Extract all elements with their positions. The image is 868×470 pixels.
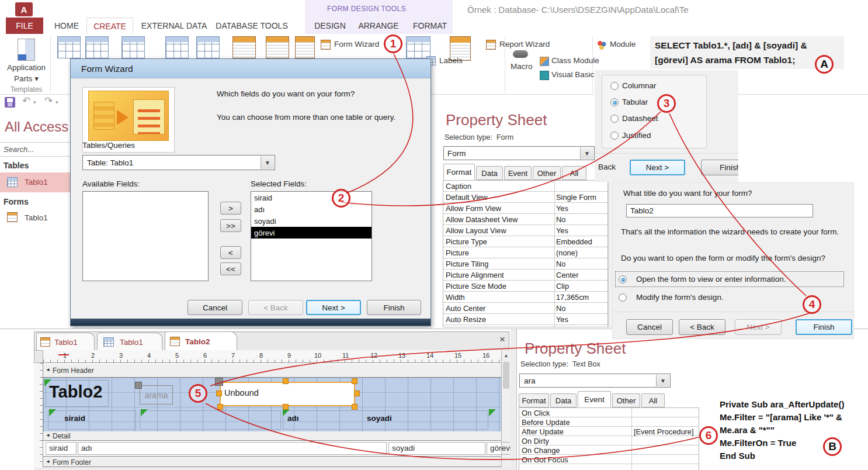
detail-field-gorevi[interactable]: görevi	[487, 442, 510, 455]
more-forms-icon[interactable]	[295, 36, 315, 58]
ps-row[interactable]: Allow Datasheet ViewNo	[443, 214, 607, 225]
ps-row[interactable]: Auto ResizeYes	[443, 314, 607, 325]
ps-row[interactable]: Before Update	[519, 417, 699, 427]
module-button[interactable]: Module	[610, 40, 636, 49]
move-right-button[interactable]: >	[220, 202, 241, 215]
tab-format[interactable]: FORMAT	[409, 18, 451, 34]
form-icon[interactable]	[165, 36, 189, 58]
dialog-titlebar[interactable]: Form Wizard	[71, 59, 430, 78]
nav-item-form-tablo1[interactable]: Tablo1	[0, 209, 70, 227]
ps-tab-data[interactable]: Data	[476, 166, 503, 180]
radio-columnar-label[interactable]: Columnar	[622, 81, 657, 90]
radio-modify-form[interactable]	[619, 293, 627, 302]
doc-tab-tablo1-table[interactable]: Tablo1	[97, 333, 162, 350]
form-design-icon[interactable]	[196, 36, 220, 58]
table-design-icon[interactable]	[85, 36, 109, 58]
tab-file[interactable]: FILE	[6, 18, 43, 34]
ps-row[interactable]: Picture TypeEmbedded	[443, 236, 607, 247]
collapse-arrow-icon[interactable]: ◄	[46, 433, 50, 438]
object-selector-combo[interactable]: Form ▼	[443, 146, 595, 160]
ps-row[interactable]: On Change	[519, 445, 699, 455]
macro-button[interactable]: Macro	[511, 62, 533, 71]
ps-tab-all[interactable]: All	[562, 166, 586, 180]
redo-icon[interactable]: ↷ ▾	[44, 95, 58, 107]
list-item[interactable]: siraid	[251, 192, 371, 203]
resize-handle[interactable]	[216, 390, 222, 396]
ps-row[interactable]: Picture TilingNo	[443, 258, 607, 269]
navigation-icon[interactable]	[266, 36, 289, 58]
list-item[interactable]: adı	[251, 203, 371, 215]
finish-button[interactable]: Finish	[701, 160, 738, 175]
selected-fields-list[interactable]: siraid adı soyadi görevi	[251, 191, 372, 281]
finish-button[interactable]: Finish	[367, 300, 421, 315]
ps-row[interactable]: On Dirty	[519, 436, 699, 445]
radio-datasheet[interactable]	[610, 115, 619, 123]
close-icon[interactable]: ×	[499, 334, 505, 345]
available-fields-list[interactable]	[82, 191, 209, 281]
radio-justified[interactable]	[610, 132, 619, 140]
detail-grid[interactable]: siraid adı soyadi görevi	[43, 441, 501, 456]
ps-row[interactable]: Auto CenterNo	[443, 303, 607, 314]
ps-tab-data[interactable]: Data	[550, 393, 577, 407]
resize-handle[interactable]	[283, 404, 289, 410]
form-header-grid[interactable]: Tablo2 arama Unbound siraid adı	[43, 378, 501, 431]
doc-tab-tablo1-form[interactable]: Tablo1	[36, 333, 95, 350]
chart-icon[interactable]	[406, 36, 430, 58]
ps-tab-event[interactable]: Event	[504, 166, 532, 180]
move-left-button[interactable]: <	[220, 246, 241, 259]
visual-basic-button[interactable]: Visual Basic	[551, 70, 594, 79]
form-header-bar[interactable]: ◄ Form Header	[43, 364, 501, 378]
ps-row[interactable]: Width17,365cm	[443, 292, 607, 303]
next-button[interactable]: Next >	[735, 319, 782, 335]
scroll-up-icon[interactable]: ▲	[504, 352, 509, 358]
tab-arrange[interactable]: ARRANGE	[355, 18, 402, 34]
nav-search-input[interactable]: Search...	[0, 142, 70, 157]
ps-row[interactable]: On Click	[519, 408, 699, 417]
move-all-left-button[interactable]: <<	[220, 262, 241, 275]
detail-field-adi[interactable]: adı	[78, 442, 387, 455]
tab-create[interactable]: CREATE	[86, 18, 133, 34]
detail-field-soyadi[interactable]: soyadi	[388, 442, 485, 455]
form-title-label[interactable]: Tablo2	[46, 380, 109, 407]
column-label[interactable]: siraid	[64, 414, 85, 423]
query-icon[interactable]	[121, 36, 145, 58]
doc-tab-tablo2-active[interactable]: Tablo2	[165, 331, 237, 350]
ps-row[interactable]: On Got Focus	[519, 455, 699, 464]
report-wizard-button[interactable]: Report Wizard	[499, 40, 550, 49]
back-button[interactable]: < Back	[248, 300, 303, 315]
ps-row[interactable]: Picture AlignmentCenter	[443, 269, 607, 281]
panel-divider[interactable]	[511, 329, 517, 470]
form-wizard-button[interactable]: Form Wizard	[334, 40, 379, 49]
chevron-down-icon[interactable]: ▼	[261, 156, 274, 169]
ps-tab-format[interactable]: Format	[443, 164, 475, 180]
radio-modify-form-label[interactable]: Modify the form's design.	[636, 293, 724, 302]
chevron-down-icon[interactable]: ▼	[580, 147, 593, 159]
radio-tabular[interactable]	[610, 98, 619, 106]
cancel-button[interactable]: Cancel	[626, 319, 673, 335]
collapse-arrow-icon[interactable]: ◄	[46, 367, 50, 372]
move-handle[interactable]	[215, 378, 223, 386]
column-label-box[interactable]	[140, 410, 281, 430]
tab-database-tools[interactable]: DATABASE TOOLS	[214, 18, 290, 34]
back-button[interactable]: Back	[598, 163, 616, 171]
finish-button[interactable]: Finish	[796, 319, 852, 335]
list-item-selected[interactable]: görevi	[251, 227, 371, 239]
detail-field-siraid[interactable]: siraid	[46, 442, 77, 455]
move-all-right-button[interactable]: >>	[220, 219, 241, 232]
resize-handle[interactable]	[217, 404, 223, 410]
form-footer-bar[interactable]: ◄ Form Footer	[43, 456, 501, 467]
unbound-textbox[interactable]: Unbound	[220, 382, 355, 406]
detail-bar[interactable]: ◄ Detail	[43, 431, 501, 441]
save-icon[interactable]	[5, 97, 15, 108]
ps-row[interactable]: Allow Form ViewYes	[443, 203, 607, 214]
column-label[interactable]: soyadi	[367, 414, 392, 423]
arama-label[interactable]: arama	[140, 385, 173, 405]
ps-row[interactable]: Default ViewSingle Form	[443, 192, 607, 203]
radio-tabular-label[interactable]: Tabular	[622, 98, 648, 106]
list-item[interactable]: soyadi	[251, 215, 371, 227]
column-label-box[interactable]	[48, 410, 136, 430]
horizontal-scrollbar[interactable]	[34, 467, 511, 470]
cancel-button[interactable]: Cancel	[188, 300, 242, 315]
labels-button[interactable]: Labels	[439, 56, 463, 65]
move-handle[interactable]	[135, 382, 142, 389]
